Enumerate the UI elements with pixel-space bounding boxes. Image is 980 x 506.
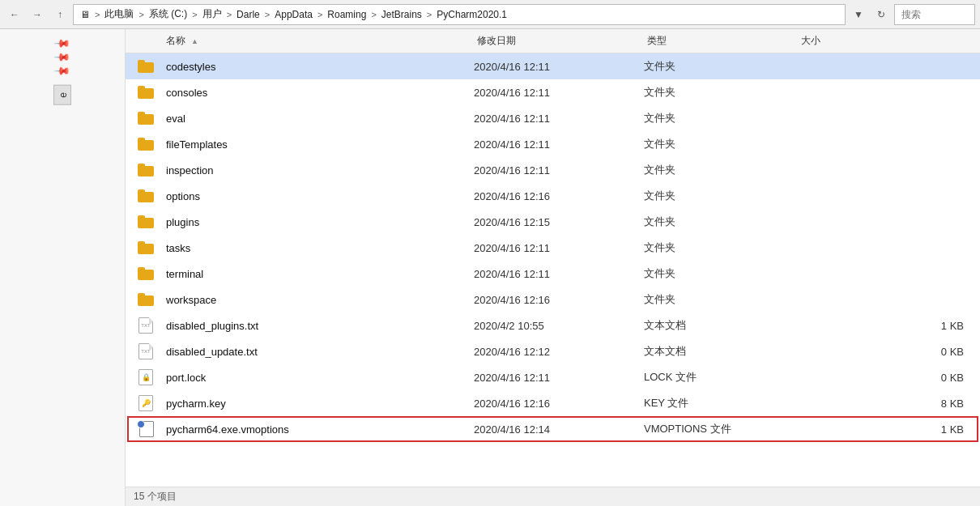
file-type: 文本文档 xyxy=(644,344,798,359)
folder-icon xyxy=(138,86,154,99)
sort-arrow-name: ▲ xyxy=(191,37,198,45)
folder-icon xyxy=(138,215,154,228)
path-part-5[interactable]: AppData xyxy=(275,9,313,20)
table-row[interactable]: consoles2020/4/16 12:11文件夹 xyxy=(126,79,980,105)
folder-icon xyxy=(138,112,154,125)
file-icon-cell xyxy=(126,241,166,254)
file-name: workspace xyxy=(166,294,474,306)
folder-icon xyxy=(138,60,154,73)
file-type: 文件夹 xyxy=(644,111,798,125)
folder-icon xyxy=(138,241,154,254)
file-name: disabled_update.txt xyxy=(166,346,474,358)
edge-collapse-label[interactable]: e xyxy=(53,85,71,105)
path-part-6[interactable]: Roaming xyxy=(327,9,366,20)
file-date: 2020/4/16 12:11 xyxy=(474,61,644,73)
up-button[interactable]: ↑ xyxy=(50,5,70,24)
col-header-size[interactable]: 大小 xyxy=(798,34,980,48)
col-header-type[interactable]: 类型 xyxy=(644,34,798,48)
folder-icon xyxy=(138,293,154,306)
path-part-4[interactable]: Darle xyxy=(236,9,260,20)
path-part-3[interactable]: 用户 xyxy=(202,7,222,21)
table-row[interactable]: inspection2020/4/16 12:11文件夹 xyxy=(126,157,980,183)
folder-icon xyxy=(138,267,154,280)
table-row[interactable]: options2020/4/16 12:16文件夹 xyxy=(126,183,980,209)
address-bar: ← → ↑ 🖥 > 此电脑 > 系统 (C:) > 用户 > Darle > A… xyxy=(0,0,980,29)
table-row[interactable]: pycharm64.exe.vmoptions2020/4/16 12:14VM… xyxy=(126,416,980,442)
table-row[interactable]: plugins2020/4/16 12:15文件夹 xyxy=(126,209,980,235)
file-type: 文件夹 xyxy=(644,215,798,229)
file-icon-cell xyxy=(126,215,166,228)
column-headers: 名称 ▲ 修改日期 类型 大小 xyxy=(126,29,980,53)
file-name: consoles xyxy=(166,87,474,99)
file-name: options xyxy=(166,190,474,202)
col-header-date[interactable]: 修改日期 xyxy=(474,34,644,48)
file-icon-cell xyxy=(126,164,166,176)
file-type: 文件夹 xyxy=(644,266,798,281)
table-row[interactable]: 🔑pycharm.key2020/4/16 12:16KEY 文件8 KB xyxy=(126,390,980,416)
file-icon-cell: TXT xyxy=(126,343,166,359)
back-button[interactable]: ← xyxy=(5,5,24,24)
table-row[interactable]: codestyles2020/4/16 12:11文件夹 xyxy=(126,53,980,79)
path-part-2[interactable]: 系统 (C:) xyxy=(149,7,187,21)
lock-icon: 🔒 xyxy=(138,369,153,385)
file-type: 文件夹 xyxy=(644,163,798,177)
file-date: 2020/4/16 12:11 xyxy=(474,372,644,384)
key-icon: 🔑 xyxy=(138,395,153,411)
file-icon-cell: 🔑 xyxy=(126,395,166,411)
table-row[interactable]: fileTemplates2020/4/16 12:11文件夹 xyxy=(126,131,980,157)
search-input[interactable] xyxy=(894,4,975,25)
table-row[interactable]: workspace2020/4/16 12:16文件夹 xyxy=(126,287,980,313)
pin-icon-3[interactable]: 📌 xyxy=(53,62,71,80)
txt-icon: TXT xyxy=(138,317,153,334)
file-name: fileTemplates xyxy=(166,138,474,151)
refresh-button[interactable]: ↻ xyxy=(871,5,891,24)
file-type: 文件夹 xyxy=(644,292,798,307)
path-icon: 🖥 xyxy=(80,9,90,20)
file-icon-cell: TXT xyxy=(126,317,166,334)
file-date: 2020/4/16 12:15 xyxy=(474,216,644,228)
file-type: LOCK 文件 xyxy=(644,370,798,385)
path-part-8[interactable]: PyCharm2020.1 xyxy=(437,9,507,20)
dropdown-button[interactable]: ▼ xyxy=(849,5,868,24)
status-bar: 15 个项目 xyxy=(126,487,980,506)
table-row[interactable]: 🔒port.lock2020/4/16 12:11LOCK 文件0 KB xyxy=(126,364,980,390)
file-icon-cell xyxy=(126,189,166,202)
file-name: disabled_plugins.txt xyxy=(166,320,474,332)
file-name: terminal xyxy=(166,268,474,280)
file-name: port.lock xyxy=(166,372,474,384)
file-size: 0 KB xyxy=(798,372,980,384)
forward-button[interactable]: → xyxy=(28,5,47,24)
address-path[interactable]: 🖥 > 此电脑 > 系统 (C:) > 用户 > Darle > AppData… xyxy=(73,4,846,25)
file-date: 2020/4/16 12:16 xyxy=(474,398,644,410)
table-row[interactable]: TXTdisabled_plugins.txt2020/4/2 10:55文本文… xyxy=(126,313,980,338)
file-type: 文件夹 xyxy=(644,59,798,74)
file-name: pycharm.key xyxy=(166,398,474,410)
file-type: VMOPTIONS 文件 xyxy=(644,422,798,436)
folder-icon xyxy=(138,138,154,151)
table-row[interactable]: tasks2020/4/16 12:11文件夹 xyxy=(126,235,980,261)
file-list: codestyles2020/4/16 12:11文件夹consoles2020… xyxy=(126,53,980,487)
file-name: pycharm64.exe.vmoptions xyxy=(166,423,474,436)
file-icon-cell xyxy=(126,60,166,73)
file-type: 文本文档 xyxy=(644,318,798,333)
path-part-1[interactable]: 此电脑 xyxy=(104,7,134,21)
file-icon-cell xyxy=(126,293,166,306)
table-row[interactable]: terminal2020/4/16 12:11文件夹 xyxy=(126,261,980,287)
file-icon-cell xyxy=(126,86,166,99)
file-date: 2020/4/16 12:16 xyxy=(474,190,644,202)
path-part-7[interactable]: JetBrains xyxy=(381,9,422,20)
file-icon-cell xyxy=(126,112,166,125)
file-size: 1 KB xyxy=(798,423,980,436)
file-size: 8 KB xyxy=(798,398,980,410)
col-header-name[interactable]: 名称 ▲ xyxy=(126,34,474,48)
folder-icon xyxy=(138,164,154,176)
vm-icon xyxy=(137,420,155,438)
pin-icons-area: 📌 📌 📌 xyxy=(0,32,125,82)
file-type: 文件夹 xyxy=(644,240,798,255)
table-row[interactable]: TXTdisabled_update.txt2020/4/16 12:12文本文… xyxy=(126,338,980,364)
file-type: 文件夹 xyxy=(644,189,798,203)
file-date: 2020/4/2 10:55 xyxy=(474,320,644,332)
file-icon-cell xyxy=(126,420,166,438)
table-row[interactable]: eval2020/4/16 12:11文件夹 xyxy=(126,105,980,131)
file-date: 2020/4/16 12:11 xyxy=(474,268,644,280)
